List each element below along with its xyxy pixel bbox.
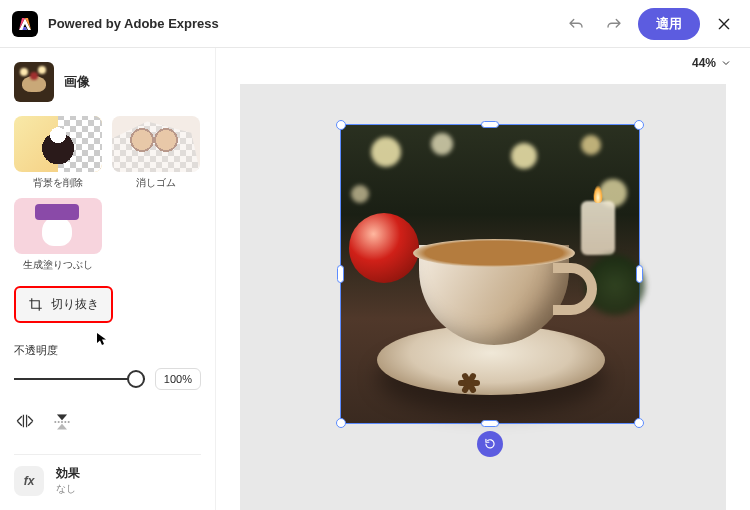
tool-label: 消しゴム: [112, 176, 200, 190]
remove-background-icon: [14, 116, 102, 172]
selected-image[interactable]: [340, 124, 640, 424]
generative-fill-icon: [14, 198, 102, 254]
sidebar: 画像 背景を削除 消しゴム 生成塗りつぶし 切り抜き 不透明度: [0, 48, 216, 510]
tool-generative-fill[interactable]: 生成塗りつぶし: [14, 198, 102, 272]
flip-horizontal-icon[interactable]: [14, 412, 36, 430]
effects-text: 効果 なし: [56, 465, 80, 496]
artboard[interactable]: [240, 84, 726, 510]
opacity-section: 不透明度 100%: [14, 343, 201, 390]
crop-button[interactable]: 切り抜き: [14, 286, 113, 323]
tool-row-2: 生成塗りつぶし: [14, 198, 201, 272]
redo-icon: [605, 15, 623, 33]
tool-row-1: 背景を削除 消しゴム: [14, 116, 201, 190]
header-title: Powered by Adobe Express: [48, 16, 562, 31]
cursor-icon: [96, 332, 108, 346]
resize-handle-top-right[interactable]: [634, 120, 644, 130]
opacity-slider-row: 100%: [14, 368, 201, 390]
canvas-area: 44%: [216, 48, 750, 510]
resize-handle-top-left[interactable]: [336, 120, 346, 130]
image-thumbnail[interactable]: [14, 62, 54, 102]
reset-crop-button[interactable]: [477, 431, 503, 457]
resize-handle-left[interactable]: [337, 265, 344, 283]
effects-title: 効果: [56, 465, 80, 482]
resize-handle-bottom-left[interactable]: [336, 418, 346, 428]
toggle-row: [14, 412, 201, 440]
tool-remove-background[interactable]: 背景を削除: [14, 116, 102, 190]
crop-label: 切り抜き: [51, 296, 99, 313]
effects-subtitle: なし: [56, 482, 80, 496]
header-actions: 適用: [562, 8, 738, 40]
resize-handle-bottom-right[interactable]: [634, 418, 644, 428]
resize-handle-top[interactable]: [481, 121, 499, 128]
section-title: 画像: [64, 73, 90, 91]
redo-button[interactable]: [600, 10, 628, 38]
eraser-icon: [112, 116, 200, 172]
flip-vertical-icon[interactable]: [52, 412, 72, 432]
reset-icon: [483, 437, 497, 451]
apply-button[interactable]: 適用: [638, 8, 700, 40]
slider-thumb[interactable]: [127, 370, 145, 388]
app-header: Powered by Adobe Express 適用: [0, 0, 750, 48]
undo-button[interactable]: [562, 10, 590, 38]
opacity-value[interactable]: 100%: [155, 368, 201, 390]
resize-handle-right[interactable]: [636, 265, 643, 283]
slider-track: [14, 378, 145, 380]
adobe-express-logo-icon: [12, 11, 38, 37]
chevron-down-icon: [720, 57, 732, 69]
zoom-control[interactable]: 44%: [692, 56, 732, 70]
undo-icon: [567, 15, 585, 33]
tool-label: 生成塗りつぶし: [14, 258, 102, 272]
crop-icon: [28, 297, 43, 312]
tool-eraser[interactable]: 消しゴム: [112, 116, 200, 190]
section-header: 画像: [14, 58, 201, 116]
color-adjust-row[interactable]: 色調補正・ぼかし: [14, 506, 201, 510]
canvas-image-content: [341, 125, 639, 423]
close-icon: [716, 16, 732, 32]
opacity-slider[interactable]: [14, 370, 145, 388]
effects-row[interactable]: fx 効果 なし: [14, 455, 201, 506]
app-body: 画像 背景を削除 消しゴム 生成塗りつぶし 切り抜き 不透明度: [0, 48, 750, 510]
tool-label: 背景を削除: [14, 176, 102, 190]
close-button[interactable]: [710, 10, 738, 38]
resize-handle-bottom[interactable]: [481, 420, 499, 427]
effects-icon: fx: [14, 466, 44, 496]
zoom-value: 44%: [692, 56, 716, 70]
